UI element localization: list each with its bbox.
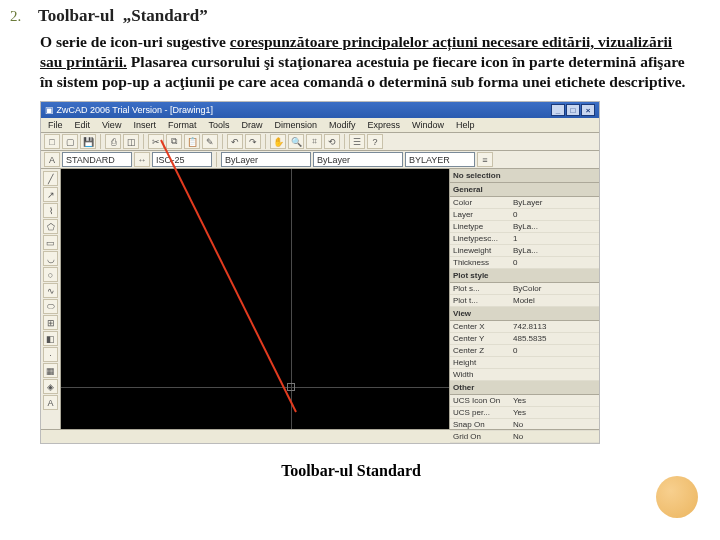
standard-toolbar: □ ▢ 💾 ⎙ ◫ ✂ ⧉ 📋 ✎ ↶ ↷ ✋ 🔍 ⌗ ⟲ ☰ ? [41, 133, 599, 151]
prop-group-header: View [450, 307, 599, 321]
pan-icon[interactable]: ✋ [270, 134, 286, 149]
section-heading: Toolbar-ul „Standard” [38, 6, 208, 26]
paste-icon[interactable]: 📋 [184, 134, 200, 149]
drawing-canvas[interactable] [61, 169, 449, 429]
maximize-button[interactable]: □ [566, 104, 580, 116]
menu-item[interactable]: Express [365, 120, 404, 130]
color-combo[interactable]: ByLayer [221, 152, 311, 167]
spline-icon[interactable]: ∿ [43, 283, 58, 298]
prop-row: Grid OnNo [450, 431, 599, 443]
help-icon[interactable]: ? [367, 134, 383, 149]
prop-key: Width [453, 370, 513, 379]
menu-item[interactable]: Modify [326, 120, 359, 130]
arc-icon[interactable]: ◡ [43, 251, 58, 266]
zoom-window-icon[interactable]: ⌗ [306, 134, 322, 149]
new-icon[interactable]: □ [44, 134, 60, 149]
print-icon[interactable]: ⎙ [105, 134, 121, 149]
undo-icon[interactable]: ↶ [227, 134, 243, 149]
prop-value: 742.8113 [513, 322, 596, 331]
prop-group-header: General [450, 183, 599, 197]
dimstyle-icon[interactable]: ↔ [134, 152, 150, 167]
prop-value: 0 [513, 210, 596, 219]
menu-item[interactable]: Dimension [271, 120, 320, 130]
prop-key: Plot s... [453, 284, 513, 293]
redo-icon[interactable]: ↷ [245, 134, 261, 149]
textstyle-combo[interactable]: STANDARD [62, 152, 132, 167]
textstyle-icon[interactable]: A [44, 152, 60, 167]
prop-row: Layer0 [450, 209, 599, 221]
menu-item[interactable]: Window [409, 120, 447, 130]
prop-row: Center Z0 [450, 345, 599, 357]
copy-icon[interactable]: ⧉ [166, 134, 182, 149]
minimize-button[interactable]: _ [551, 104, 565, 116]
prop-row: Center Y485.5835 [450, 333, 599, 345]
slide: 2. Toolbar-ul „Standard” O serie de icon… [0, 0, 720, 480]
body-suffix: Plasarea cursorului şi staţionarea acest… [40, 53, 686, 90]
zoom-icon[interactable]: 🔍 [288, 134, 304, 149]
prop-value: No [513, 432, 596, 441]
ellipse-icon[interactable]: ⬭ [43, 299, 58, 314]
prop-value: ByLa... [513, 246, 596, 255]
line-icon[interactable]: ╱ [43, 171, 58, 186]
prop-key: Plot t... [453, 296, 513, 305]
prop-key: Snap On [453, 420, 513, 429]
prop-value: Yes [513, 408, 596, 417]
body-text: O serie de icon-uri sugestive corespunză… [40, 32, 692, 91]
lineweight-combo[interactable]: BYLAYER [405, 152, 475, 167]
dimstyle-combo[interactable]: ISO-25 [152, 152, 212, 167]
menu-item[interactable]: Edit [72, 120, 94, 130]
print-preview-icon[interactable]: ◫ [123, 134, 139, 149]
zoom-prev-icon[interactable]: ⟲ [324, 134, 340, 149]
menu-item[interactable]: Help [453, 120, 478, 130]
figure-caption: Toolbar-ul Standard [10, 462, 692, 480]
open-icon[interactable]: ▢ [62, 134, 78, 149]
properties-header: No selection [450, 169, 599, 183]
lwt-icon[interactable]: ≡ [477, 152, 493, 167]
save-icon[interactable]: 💾 [80, 134, 96, 149]
prop-row: LinetypeByLa... [450, 221, 599, 233]
properties-icon[interactable]: ☰ [349, 134, 365, 149]
xline-icon[interactable]: ↗ [43, 187, 58, 202]
menu-item[interactable]: View [99, 120, 124, 130]
cut-icon[interactable]: ✂ [148, 134, 164, 149]
menu-item[interactable]: File [45, 120, 66, 130]
block-icon[interactable]: ◧ [43, 331, 58, 346]
menu-item[interactable]: Format [165, 120, 200, 130]
prop-key: Linetype [453, 222, 513, 231]
menu-item[interactable]: Draw [238, 120, 265, 130]
rect-icon[interactable]: ▭ [43, 235, 58, 250]
prop-key: Center Z [453, 346, 513, 355]
prop-value: ByLayer [513, 198, 596, 207]
prop-row: Plot t...Model [450, 295, 599, 307]
separator [222, 134, 223, 149]
match-icon[interactable]: ✎ [202, 134, 218, 149]
menubar: File Edit View Insert Format Tools Draw … [41, 118, 599, 133]
menu-item[interactable]: Insert [130, 120, 159, 130]
prop-key: Center X [453, 322, 513, 331]
linetype-combo[interactable]: ByLayer [313, 152, 403, 167]
app-icon: ▣ [45, 105, 54, 115]
prop-row: Plot s...ByColor [450, 283, 599, 295]
styles-toolbar: A STANDARD ↔ ISO-25 ByLayer ByLayer BYLA… [41, 151, 599, 169]
prop-row: Snap OnNo [450, 419, 599, 431]
hatch-icon[interactable]: ▦ [43, 363, 58, 378]
region-icon[interactable]: ◈ [43, 379, 58, 394]
crosshair-horizontal [61, 387, 449, 388]
prop-value: No [513, 420, 596, 429]
separator [216, 152, 217, 167]
prop-value: Yes [513, 396, 596, 405]
prop-key: Linetypesc... [453, 234, 513, 243]
insert-icon[interactable]: ⊞ [43, 315, 58, 330]
slide-decoration-circle [656, 476, 698, 518]
menu-item[interactable]: Tools [205, 120, 232, 130]
prop-group-header: Other [450, 381, 599, 395]
point-icon[interactable]: · [43, 347, 58, 362]
heading-row: 2. Toolbar-ul „Standard” [10, 6, 692, 26]
prop-key: Color [453, 198, 513, 207]
close-button[interactable]: × [581, 104, 595, 116]
text-icon[interactable]: A [43, 395, 58, 410]
polygon-icon[interactable]: ⬠ [43, 219, 58, 234]
circle-icon[interactable]: ○ [43, 267, 58, 282]
prop-row: Center X742.8113 [450, 321, 599, 333]
polyline-icon[interactable]: ⌇ [43, 203, 58, 218]
